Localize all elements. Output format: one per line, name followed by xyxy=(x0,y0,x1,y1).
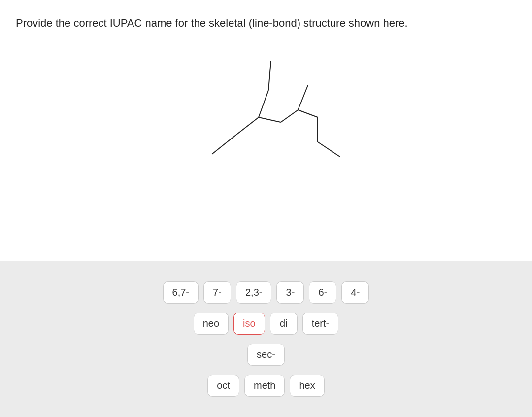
token-neo[interactable]: neo xyxy=(194,313,229,335)
token-row-4: oct meth hex xyxy=(207,375,324,397)
token-7[interactable]: 7- xyxy=(203,281,231,304)
token-6[interactable]: 6- xyxy=(309,281,336,304)
token-hex[interactable]: hex xyxy=(290,375,324,397)
bottom-section: 6,7- 7- 2,3- 3- 6- 4- neo iso di tert- s… xyxy=(0,261,532,417)
section-divider xyxy=(0,261,532,261)
molecule-svg xyxy=(172,46,360,194)
token-meth[interactable]: meth xyxy=(244,375,285,397)
token-3[interactable]: 3- xyxy=(276,281,304,304)
token-iso[interactable]: iso xyxy=(233,313,265,335)
token-oct[interactable]: oct xyxy=(207,375,239,397)
token-sec[interactable]: sec- xyxy=(247,344,285,366)
svg-line-4 xyxy=(259,117,281,122)
svg-line-3 xyxy=(268,61,271,90)
token-di[interactable]: di xyxy=(270,313,298,335)
svg-line-6 xyxy=(298,85,308,110)
question-text: Provide the correct IUPAC name for the s… xyxy=(16,16,459,31)
svg-line-9 xyxy=(318,142,340,157)
token-6-7[interactable]: 6,7- xyxy=(163,281,199,304)
top-section: Provide the correct IUPAC name for the s… xyxy=(0,0,532,261)
svg-line-1 xyxy=(236,117,259,135)
token-row-3: sec- xyxy=(247,344,285,366)
svg-line-2 xyxy=(259,90,268,117)
svg-line-5 xyxy=(281,110,298,122)
svg-line-0 xyxy=(212,135,236,154)
token-row-2: neo iso di tert- xyxy=(194,313,339,335)
molecule-container xyxy=(16,31,516,208)
token-tert[interactable]: tert- xyxy=(302,313,339,335)
text-cursor xyxy=(266,176,266,200)
token-row-1: 6,7- 7- 2,3- 3- 6- 4- xyxy=(163,281,369,304)
token-2-3[interactable]: 2,3- xyxy=(236,281,271,304)
token-4[interactable]: 4- xyxy=(341,281,369,304)
svg-line-7 xyxy=(298,110,318,117)
